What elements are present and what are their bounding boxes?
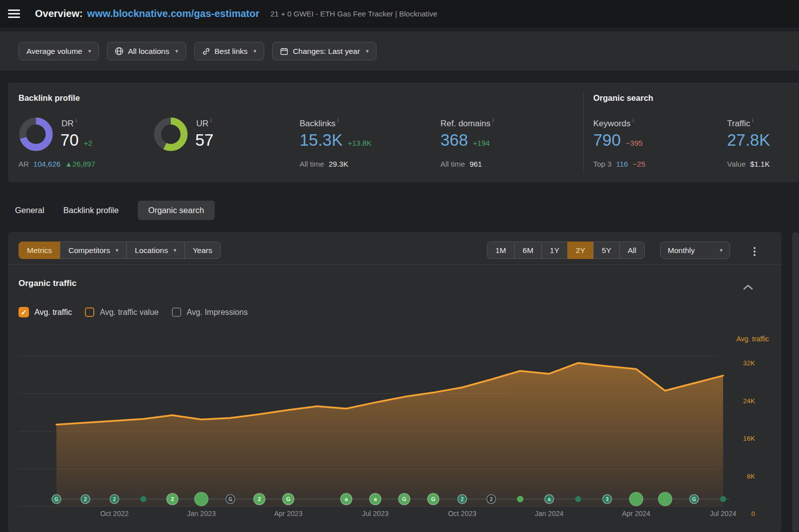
event-marker[interactable]: 2 — [167, 494, 178, 505]
tab-backlink-profile[interactable]: Backlink profile — [63, 206, 119, 215]
range-all[interactable]: All — [619, 242, 645, 259]
info-icon: i — [633, 117, 634, 123]
ur-donut-chart — [153, 117, 188, 152]
calendar-icon — [280, 47, 288, 55]
event-marker[interactable]: 2 — [110, 495, 119, 504]
average-volume-filter-button[interactable]: Average volume ▾ — [18, 42, 99, 60]
toggle-avg-impressions[interactable]: Avg. Impressions — [172, 307, 248, 317]
event-marker[interactable]: a — [545, 495, 554, 504]
segment-years[interactable]: Years — [184, 242, 221, 259]
svg-text:2: 2 — [258, 496, 261, 502]
series-legend-label: Avg. traffic — [736, 335, 769, 343]
svg-text:G: G — [402, 496, 406, 502]
ar-value[interactable]: 104,626 — [33, 160, 60, 168]
range-5y[interactable]: 5Y — [593, 242, 620, 259]
event-marker[interactable]: 2 — [487, 495, 496, 504]
x-axis-tick-label: Oct 2023 — [448, 510, 476, 518]
event-marker[interactable]: 3 — [603, 495, 612, 504]
event-marker[interactable] — [720, 496, 726, 502]
globe-icon — [115, 47, 123, 55]
event-marker[interactable]: 2 — [254, 494, 265, 505]
x-axis-tick-label: Apr 2024 — [622, 510, 650, 518]
tab-organic-search[interactable]: Organic search — [138, 201, 215, 220]
event-marker[interactable]: G — [52, 495, 61, 504]
event-marker[interactable] — [629, 492, 643, 506]
range-1m[interactable]: 1M — [487, 242, 515, 259]
event-marker[interactable]: G — [283, 494, 294, 505]
x-axis-tick-label: Jan 2024 — [535, 510, 564, 518]
event-marker[interactable]: a — [370, 494, 381, 505]
y-axis-tick-label: 8K — [747, 473, 755, 480]
changes-period-label: Changes: Last year — [293, 47, 360, 56]
chevron-down-icon: ▾ — [173, 247, 176, 254]
chart-svg: Avg. traffic32K24K16K8K0G222G2GaaGG22a3G… — [8, 329, 782, 532]
dr-delta: +2 — [84, 139, 92, 147]
event-marker[interactable] — [575, 496, 581, 502]
range-6m[interactable]: 6M — [514, 242, 542, 259]
toggle-label: Avg. traffic — [34, 308, 72, 317]
event-marker[interactable]: G — [226, 495, 235, 504]
traffic-value[interactable]: 27.8K — [727, 131, 770, 150]
tab-general[interactable]: General — [15, 206, 44, 215]
toggle-avg-traffic-value[interactable]: Avg. traffic value — [85, 307, 159, 317]
page-meta-title: 21 + 0 GWEI - ETH Gas Fee Tracker | Bloc… — [271, 9, 437, 18]
segment-locations[interactable]: Locations▾ — [126, 242, 185, 259]
range-label: 2Y — [576, 246, 585, 255]
scrollbar-track[interactable] — [792, 232, 799, 532]
granularity-value: Monthly — [668, 246, 695, 255]
svg-text:G: G — [431, 496, 435, 502]
svg-text:G: G — [54, 497, 58, 502]
range-2y[interactable]: 2Y — [567, 242, 594, 259]
range-label: 1Y — [550, 246, 559, 255]
ref-domains-label: Ref. domainsi — [440, 117, 494, 129]
svg-text:G: G — [228, 497, 232, 502]
segment-competitors[interactable]: Competitors▾ — [60, 242, 127, 259]
event-marker[interactable]: 2 — [81, 495, 90, 504]
svg-text:2: 2 — [171, 496, 174, 502]
kebab-menu-icon[interactable] — [752, 245, 758, 258]
organic-search-section-title: Organic search — [593, 93, 653, 103]
svg-text:G: G — [286, 496, 291, 502]
hamburger-menu-icon[interactable] — [8, 9, 21, 18]
event-marker[interactable] — [658, 492, 672, 506]
backlinks-value[interactable]: 15.3K — [300, 131, 343, 150]
event-marker[interactable]: 2 — [458, 495, 467, 504]
range-label: 6M — [523, 246, 534, 255]
x-axis-tick-label: Oct 2022 — [100, 510, 129, 518]
keywords-value[interactable]: 790 — [593, 131, 621, 150]
segment-metrics[interactable]: Metrics — [18, 242, 60, 259]
range-label: 5Y — [602, 246, 611, 255]
granularity-dropdown[interactable]: Monthly ▾ — [660, 242, 730, 259]
event-marker[interactable] — [140, 496, 146, 502]
best-links-filter-button[interactable]: Best links ▾ — [194, 42, 265, 60]
traffic-area-fill — [56, 363, 723, 507]
event-marker[interactable]: a — [341, 494, 352, 505]
event-marker[interactable]: G — [427, 494, 439, 505]
top3-row: Top 3 116 −25 — [593, 160, 645, 168]
target-url-link[interactable]: www.blocknative.com/gas-estimator — [87, 8, 260, 19]
dr-value: 70 — [60, 131, 79, 150]
backlinks-label: Backlinksi — [300, 117, 339, 129]
chevron-down-icon: ▾ — [366, 48, 369, 54]
event-marker[interactable] — [194, 492, 208, 506]
collapse-chevron-up-icon[interactable] — [743, 283, 753, 292]
top3-value[interactable]: 116 — [616, 160, 628, 168]
backlinks-delta: +13.8K — [348, 139, 372, 147]
ar-delta: ▲26,897 — [65, 160, 95, 168]
organic-traffic-chart: Avg. traffic32K24K16K8K0G222G2GaaGG22a3G… — [8, 329, 782, 532]
range-label: All — [628, 246, 636, 255]
changes-period-filter-button[interactable]: Changes: Last year ▾ — [272, 42, 377, 60]
svg-text:3: 3 — [606, 497, 609, 502]
range-1y[interactable]: 1Y — [541, 242, 568, 259]
x-axis-tick-label: Apr 2023 — [274, 510, 303, 518]
svg-text:a: a — [374, 496, 377, 502]
event-marker[interactable]: G — [399, 494, 410, 505]
chevron-down-icon: ▾ — [720, 247, 723, 254]
event-marker[interactable] — [517, 496, 523, 503]
locations-filter-button[interactable]: All locations ▾ — [107, 42, 186, 60]
event-marker[interactable]: G — [690, 495, 699, 504]
toggle-avg-traffic[interactable]: ✓Avg. traffic — [18, 307, 72, 317]
y-axis-tick-label: 0 — [751, 510, 755, 518]
ref-domains-value[interactable]: 368 — [440, 131, 468, 150]
svg-text:2: 2 — [84, 497, 87, 502]
